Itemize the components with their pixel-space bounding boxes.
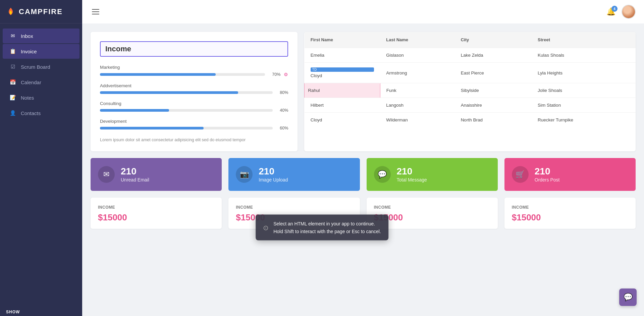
sidebar-item-contacts[interactable]: 👤 Contacts <box>3 106 79 120</box>
stat-label: Total Message <box>397 177 427 182</box>
avatar[interactable] <box>622 5 636 19</box>
table-row: Hilbert Langosh Anaisshire Sim Station <box>305 98 636 113</box>
progress-pct: 40% <box>276 108 288 113</box>
widget-label: INCOME <box>512 205 628 210</box>
progress-label: Marketing <box>100 65 288 70</box>
progress-label: Consulting <box>100 101 288 106</box>
topbar-right: 🔔 4 <box>606 5 636 19</box>
cell-city: Lake Zelda <box>455 48 532 63</box>
income-widget-1: INCOME $15000 <box>91 198 222 229</box>
calendar-icon: 📅 <box>9 79 16 86</box>
progress-bar-fill <box>100 73 216 76</box>
cell-city: Sibylside <box>455 83 532 98</box>
sidebar-item-calendar[interactable]: 📅 Calendar <box>3 75 79 90</box>
table-row: TD Cloyd Armstrong East Pierce Lyla Heig… <box>305 63 636 83</box>
cell-street: Kulas Shoals <box>532 48 636 63</box>
message-icon: 💬 <box>374 166 391 183</box>
table-row: Emelia Gislason Lake Zelda Kulas Shoals <box>305 48 636 63</box>
sidebar-item-notes[interactable]: 📝 Notes <box>3 90 79 105</box>
bell-button[interactable]: 🔔 4 <box>606 7 615 16</box>
sidebar-item-inbox[interactable]: ✉ Inbox <box>3 29 79 43</box>
email-icon: ✉ <box>98 166 115 183</box>
widget-label: INCOME <box>236 205 352 210</box>
stat-number: 210 <box>121 166 149 177</box>
widget-label: INCOME <box>374 205 490 210</box>
flame-icon <box>6 7 15 16</box>
app-title: CAMPFIRE <box>19 7 63 16</box>
notes-icon: 📝 <box>9 94 16 101</box>
col-first-name: First Name <box>305 32 380 48</box>
income-card: Marketing 70% ⚙ Addvertisement <box>91 32 298 151</box>
progress-bar-bg <box>100 127 273 129</box>
sidebar-item-scrum[interactable]: ☑ Scrum Board <box>3 59 79 74</box>
sidebar-item-label: Contacts <box>21 110 41 116</box>
col-street: Street <box>532 32 636 48</box>
tooltip-overlay: ⊙ Select an HTML element in your app to … <box>256 215 388 241</box>
widget-value: $15000 <box>98 212 214 223</box>
stat-label: Orders Post <box>535 177 560 182</box>
cell-street: Lyla Heights <box>532 63 636 83</box>
menu-button[interactable] <box>91 8 101 16</box>
sidebar-nav: ✉ Inbox 📋 Invoice ☑ Scrum Board 📅 Calend… <box>0 23 82 125</box>
progress-bar-fill <box>100 91 238 94</box>
stat-card-message[interactable]: 💬 210 Total Message <box>367 158 498 191</box>
chat-fab-button[interactable]: 💬 <box>619 288 637 306</box>
widget-value: $15000 <box>374 212 490 223</box>
cell-last: Wilderman <box>380 113 454 127</box>
progress-bar-bg <box>100 91 273 94</box>
cell-street: Jolie Shoals <box>532 83 636 98</box>
cell-street: Sim Station <box>532 98 636 113</box>
income-title-input[interactable] <box>100 41 288 57</box>
hamburger-line <box>92 9 99 10</box>
cell-first: Cloyd <box>305 113 380 127</box>
top-row: Marketing 70% ⚙ Addvertisement <box>91 32 636 151</box>
progress-label: Addvertisement <box>100 83 288 88</box>
cell-first: TD Cloyd <box>305 63 380 83</box>
stat-number: 210 <box>259 166 288 177</box>
content-area: Marketing 70% ⚙ Addvertisement <box>82 23 644 316</box>
cell-city: North Brad <box>455 113 532 127</box>
cell-first: Hilbert <box>305 98 380 113</box>
stat-card-upload[interactable]: 📷 210 Image Upload <box>228 158 360 191</box>
widget-label: INCOME <box>98 205 214 210</box>
scrum-icon: ☑ <box>9 63 16 70</box>
sidebar-item-invoice[interactable]: 📋 Invoice <box>3 44 79 59</box>
cell-first: Emelia <box>305 48 380 63</box>
tooltip-line2: Hold Shift to interact with the page or … <box>273 227 381 235</box>
table-row-highlighted: Rahul Funk Sibylside Jolie Shoals <box>305 83 636 98</box>
avatar-image <box>622 5 635 18</box>
cell-city: East Pierce <box>455 63 532 83</box>
cell-first-highlighted: Rahul <box>305 83 380 98</box>
cell-city: Anaisshire <box>455 98 532 113</box>
invoice-icon: 📋 <box>9 48 16 55</box>
cell-last: Armstrong <box>380 63 454 83</box>
progress-consulting: Consulting 40% <box>100 101 288 113</box>
td-badge: TD <box>311 67 374 72</box>
stat-number: 210 <box>397 166 427 177</box>
progress-bar-fill <box>100 109 169 112</box>
sidebar-item-label: Inbox <box>21 33 33 39</box>
table-header-row: First Name Last Name City Street <box>305 32 636 48</box>
table-card: First Name Last Name City Street Emelia … <box>304 32 636 151</box>
notification-badge: 4 <box>611 6 618 12</box>
main-wrapper: 🔔 4 Marketing 70% <box>82 0 644 316</box>
gear-icon[interactable]: ⚙ <box>284 72 288 77</box>
stat-card-orders[interactable]: 🛒 210 Orders Post <box>504 158 636 191</box>
stat-number: 210 <box>535 166 560 177</box>
col-city: City <box>455 32 532 48</box>
progress-advertisement: Addvertisement 80% <box>100 83 288 95</box>
sidebar: CAMPFIRE ✉ Inbox 📋 Invoice ☑ Scrum Board… <box>0 0 82 316</box>
target-icon: ⊙ <box>263 222 269 233</box>
show-button[interactable]: SHOW <box>0 308 26 316</box>
sidebar-item-label: Invoice <box>21 49 37 54</box>
hamburger-line <box>92 14 99 14</box>
sidebar-logo: CAMPFIRE <box>0 0 82 23</box>
stat-card-email[interactable]: ✉ 210 Unread Email <box>91 158 222 191</box>
contacts-icon: 👤 <box>9 110 16 116</box>
cell-last: Gislason <box>380 48 454 63</box>
stat-label: Image Upload <box>259 177 288 182</box>
cart-icon: 🛒 <box>512 166 529 183</box>
cell-last: Funk <box>380 83 454 98</box>
tooltip-line1: Select an HTML element in your app to co… <box>273 220 381 227</box>
progress-bar-fill <box>100 127 204 129</box>
